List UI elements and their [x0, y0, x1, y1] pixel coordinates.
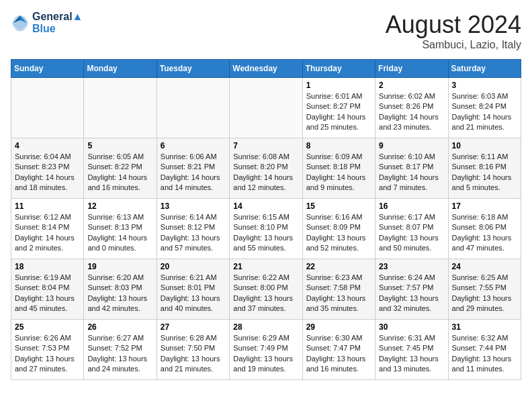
calendar-cell: 1Sunrise: 6:01 AM Sunset: 8:27 PM Daylig…	[302, 78, 375, 138]
day-info: Sunrise: 6:23 AM Sunset: 7:58 PM Dayligh…	[306, 273, 371, 314]
calendar-week-3: 11Sunrise: 6:12 AM Sunset: 8:14 PM Dayli…	[11, 199, 521, 259]
day-info: Sunrise: 6:15 AM Sunset: 8:10 PM Dayligh…	[233, 212, 298, 254]
day-info: Sunrise: 6:20 AM Sunset: 8:03 PM Dayligh…	[87, 273, 152, 314]
day-number: 16	[379, 201, 444, 211]
calendar-cell: 19Sunrise: 6:20 AM Sunset: 8:03 PM Dayli…	[84, 259, 157, 320]
day-number: 15	[306, 201, 371, 211]
logo: General▲ Blue	[11, 11, 83, 35]
calendar-cell: 20Sunrise: 6:21 AM Sunset: 8:01 PM Dayli…	[157, 259, 229, 320]
day-number: 13	[161, 201, 226, 211]
day-number: 4	[15, 141, 80, 150]
day-number: 31	[452, 322, 517, 332]
weekday-wednesday: Wednesday	[230, 60, 302, 78]
day-info: Sunrise: 6:18 AM Sunset: 8:06 PM Dayligh…	[452, 212, 517, 254]
calendar-week-4: 18Sunrise: 6:19 AM Sunset: 8:04 PM Dayli…	[11, 259, 521, 320]
calendar-cell: 6Sunrise: 6:06 AM Sunset: 8:21 PM Daylig…	[157, 138, 229, 199]
day-info: Sunrise: 6:16 AM Sunset: 8:09 PM Dayligh…	[306, 212, 371, 254]
calendar-cell	[11, 78, 84, 138]
day-info: Sunrise: 6:03 AM Sunset: 8:24 PM Dayligh…	[452, 91, 517, 133]
day-info: Sunrise: 6:27 AM Sunset: 7:52 PM Dayligh…	[87, 333, 152, 375]
calendar-cell: 5Sunrise: 6:05 AM Sunset: 8:22 PM Daylig…	[84, 138, 157, 199]
calendar-cell: 30Sunrise: 6:31 AM Sunset: 7:45 PM Dayli…	[375, 320, 448, 380]
calendar-cell: 10Sunrise: 6:11 AM Sunset: 8:16 PM Dayli…	[448, 138, 521, 199]
weekday-monday: Monday	[84, 60, 157, 78]
weekday-saturday: Saturday	[448, 60, 521, 78]
day-number: 26	[87, 322, 152, 332]
day-number: 10	[452, 141, 517, 150]
day-number: 3	[452, 81, 517, 90]
calendar-week-1: 1Sunrise: 6:01 AM Sunset: 8:27 PM Daylig…	[11, 78, 521, 138]
day-number: 18	[15, 262, 80, 271]
day-info: Sunrise: 6:06 AM Sunset: 8:21 PM Dayligh…	[161, 152, 226, 193]
weekday-friday: Friday	[375, 60, 448, 78]
calendar-cell: 3Sunrise: 6:03 AM Sunset: 8:24 PM Daylig…	[448, 78, 521, 138]
calendar-cell: 8Sunrise: 6:09 AM Sunset: 8:18 PM Daylig…	[302, 138, 375, 199]
day-number: 17	[452, 201, 517, 211]
calendar-week-2: 4Sunrise: 6:04 AM Sunset: 8:23 PM Daylig…	[11, 138, 521, 199]
day-info: Sunrise: 6:05 AM Sunset: 8:22 PM Dayligh…	[87, 152, 152, 193]
day-info: Sunrise: 6:21 AM Sunset: 8:01 PM Dayligh…	[161, 273, 226, 314]
day-info: Sunrise: 6:02 AM Sunset: 8:26 PM Dayligh…	[379, 91, 444, 133]
calendar-cell: 17Sunrise: 6:18 AM Sunset: 8:06 PM Dayli…	[448, 199, 521, 259]
day-number: 5	[87, 141, 152, 150]
calendar-cell: 29Sunrise: 6:30 AM Sunset: 7:47 PM Dayli…	[302, 320, 375, 380]
day-number: 20	[161, 262, 226, 271]
day-info: Sunrise: 6:32 AM Sunset: 7:44 PM Dayligh…	[452, 333, 517, 375]
calendar-cell: 26Sunrise: 6:27 AM Sunset: 7:52 PM Dayli…	[84, 320, 157, 380]
day-info: Sunrise: 6:24 AM Sunset: 7:57 PM Dayligh…	[379, 273, 444, 314]
weekday-thursday: Thursday	[302, 60, 375, 78]
calendar-cell: 11Sunrise: 6:12 AM Sunset: 8:14 PM Dayli…	[11, 199, 84, 259]
day-info: Sunrise: 6:29 AM Sunset: 7:49 PM Dayligh…	[233, 333, 298, 375]
logo-text: General▲ Blue	[32, 11, 83, 35]
calendar-cell: 16Sunrise: 6:17 AM Sunset: 8:07 PM Dayli…	[375, 199, 448, 259]
day-number: 8	[306, 141, 371, 150]
calendar-cell: 23Sunrise: 6:24 AM Sunset: 7:57 PM Dayli…	[375, 259, 448, 320]
calendar-cell: 28Sunrise: 6:29 AM Sunset: 7:49 PM Dayli…	[230, 320, 302, 380]
calendar-cell: 14Sunrise: 6:15 AM Sunset: 8:10 PM Dayli…	[230, 199, 302, 259]
day-number: 30	[379, 322, 444, 332]
day-number: 6	[161, 141, 226, 150]
month-title: August 2024	[386, 11, 521, 39]
calendar-week-5: 25Sunrise: 6:26 AM Sunset: 7:53 PM Dayli…	[11, 320, 521, 380]
day-number: 2	[379, 81, 444, 90]
calendar-cell: 24Sunrise: 6:25 AM Sunset: 7:55 PM Dayli…	[448, 259, 521, 320]
calendar-cell: 18Sunrise: 6:19 AM Sunset: 8:04 PM Dayli…	[11, 259, 84, 320]
day-info: Sunrise: 6:19 AM Sunset: 8:04 PM Dayligh…	[15, 273, 80, 314]
calendar-cell: 12Sunrise: 6:13 AM Sunset: 8:13 PM Dayli…	[84, 199, 157, 259]
day-info: Sunrise: 6:26 AM Sunset: 7:53 PM Dayligh…	[15, 333, 80, 375]
day-number: 1	[306, 81, 371, 90]
day-info: Sunrise: 6:22 AM Sunset: 8:00 PM Dayligh…	[233, 273, 298, 314]
day-info: Sunrise: 6:28 AM Sunset: 7:50 PM Dayligh…	[161, 333, 226, 375]
calendar-cell: 25Sunrise: 6:26 AM Sunset: 7:53 PM Dayli…	[11, 320, 84, 380]
day-number: 29	[306, 322, 371, 332]
location: Sambuci, Lazio, Italy	[386, 39, 521, 51]
calendar-cell: 7Sunrise: 6:08 AM Sunset: 8:20 PM Daylig…	[230, 138, 302, 199]
calendar-cell: 31Sunrise: 6:32 AM Sunset: 7:44 PM Dayli…	[448, 320, 521, 380]
day-info: Sunrise: 6:04 AM Sunset: 8:23 PM Dayligh…	[15, 152, 80, 193]
day-number: 14	[233, 201, 298, 211]
calendar-cell	[157, 78, 229, 138]
calendar-cell: 21Sunrise: 6:22 AM Sunset: 8:00 PM Dayli…	[230, 259, 302, 320]
calendar-cell: 9Sunrise: 6:10 AM Sunset: 8:17 PM Daylig…	[375, 138, 448, 199]
weekday-tuesday: Tuesday	[157, 60, 229, 78]
calendar-cell	[84, 78, 157, 138]
calendar-cell: 15Sunrise: 6:16 AM Sunset: 8:09 PM Dayli…	[302, 199, 375, 259]
day-info: Sunrise: 6:30 AM Sunset: 7:47 PM Dayligh…	[306, 333, 371, 375]
day-number: 24	[452, 262, 517, 271]
weekday-header-row: SundayMondayTuesdayWednesdayThursdayFrid…	[11, 60, 521, 78]
day-info: Sunrise: 6:10 AM Sunset: 8:17 PM Dayligh…	[379, 152, 444, 193]
day-info: Sunrise: 6:01 AM Sunset: 8:27 PM Dayligh…	[306, 91, 371, 133]
day-number: 11	[15, 201, 80, 211]
day-info: Sunrise: 6:25 AM Sunset: 7:55 PM Dayligh…	[452, 273, 517, 314]
day-number: 28	[233, 322, 298, 332]
weekday-sunday: Sunday	[11, 60, 84, 78]
day-number: 12	[87, 201, 152, 211]
day-info: Sunrise: 6:09 AM Sunset: 8:18 PM Dayligh…	[306, 152, 371, 193]
day-info: Sunrise: 6:31 AM Sunset: 7:45 PM Dayligh…	[379, 333, 444, 375]
day-number: 27	[161, 322, 226, 332]
calendar-cell	[230, 78, 302, 138]
page-header: General▲ Blue August 2024 Sambuci, Lazio…	[11, 11, 521, 51]
day-number: 22	[306, 262, 371, 271]
calendar-cell: 4Sunrise: 6:04 AM Sunset: 8:23 PM Daylig…	[11, 138, 84, 199]
day-info: Sunrise: 6:08 AM Sunset: 8:20 PM Dayligh…	[233, 152, 298, 193]
